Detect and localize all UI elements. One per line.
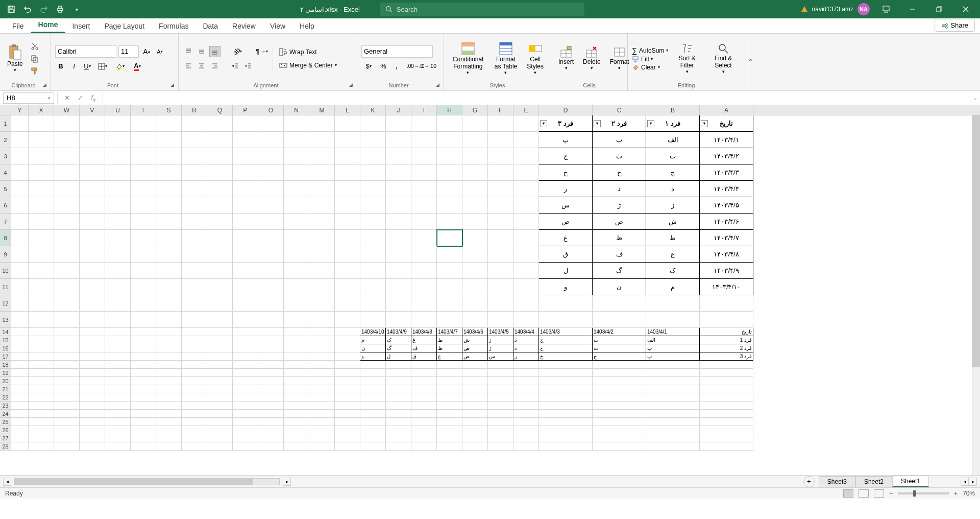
cell-F7[interactable] bbox=[488, 214, 513, 230]
cell-J5[interactable] bbox=[386, 181, 411, 197]
cell-I21[interactable] bbox=[411, 385, 437, 393]
cell-X13[interactable] bbox=[29, 312, 54, 328]
cell-Q26[interactable] bbox=[207, 426, 233, 434]
cell-E14[interactable]: 1403/4/4 bbox=[513, 328, 539, 336]
cell-W5[interactable] bbox=[54, 181, 80, 197]
cell-A20[interactable] bbox=[700, 377, 753, 385]
cell-S10[interactable] bbox=[156, 263, 182, 279]
cell-M25[interactable] bbox=[309, 418, 335, 426]
cell-L26[interactable] bbox=[335, 426, 360, 434]
cell-E3[interactable] bbox=[513, 148, 539, 164]
cell-F18[interactable] bbox=[488, 361, 513, 369]
cell-S24[interactable] bbox=[156, 410, 182, 418]
cell-X4[interactable] bbox=[29, 164, 54, 181]
sheet-nav-right[interactable]: ▸ bbox=[969, 478, 977, 486]
cell-P14[interactable] bbox=[233, 328, 258, 336]
copy-button[interactable] bbox=[29, 53, 40, 64]
cell-H5[interactable] bbox=[437, 181, 462, 197]
cell-J7[interactable] bbox=[386, 214, 411, 230]
cell-Y25[interactable] bbox=[11, 418, 29, 426]
cell-W7[interactable] bbox=[54, 214, 80, 230]
cell-R6[interactable] bbox=[182, 197, 207, 214]
cell-J3[interactable] bbox=[386, 148, 411, 164]
cell-A23[interactable] bbox=[700, 402, 753, 410]
cell-styles-button[interactable]: Cell Styles▾ bbox=[524, 39, 547, 78]
cell-H19[interactable] bbox=[437, 369, 462, 377]
cell-X22[interactable] bbox=[29, 393, 54, 402]
cell-K17[interactable]: و bbox=[360, 352, 386, 361]
cell-Y27[interactable] bbox=[11, 434, 29, 442]
cell-A3[interactable]: ۱۴۰۳/۴/۲ bbox=[700, 148, 753, 164]
italic-button[interactable]: I bbox=[68, 61, 80, 72]
filter-button[interactable]: ▾ bbox=[594, 120, 601, 127]
cell-U14[interactable] bbox=[105, 328, 131, 336]
cell-W11[interactable] bbox=[54, 279, 80, 295]
cell-B20[interactable] bbox=[646, 377, 700, 385]
cell-X7[interactable] bbox=[29, 214, 54, 230]
cell-T9[interactable] bbox=[131, 246, 156, 263]
cell-W25[interactable] bbox=[54, 418, 80, 426]
cell-Q20[interactable] bbox=[207, 377, 233, 385]
cell-J12[interactable] bbox=[386, 295, 411, 312]
cell-F5[interactable] bbox=[488, 181, 513, 197]
cell-D7[interactable]: ض bbox=[539, 214, 593, 230]
cell-S2[interactable] bbox=[156, 132, 182, 148]
cell-U25[interactable] bbox=[105, 418, 131, 426]
filter-button[interactable]: ▾ bbox=[647, 120, 654, 127]
tab-insert[interactable]: Insert bbox=[65, 19, 97, 33]
cell-J4[interactable] bbox=[386, 164, 411, 181]
cell-E11[interactable] bbox=[513, 279, 539, 295]
row-header-14[interactable]: 14 bbox=[0, 328, 11, 336]
cell-D16[interactable]: ح bbox=[539, 344, 593, 352]
cell-T21[interactable] bbox=[131, 385, 156, 393]
cell-F24[interactable] bbox=[488, 410, 513, 418]
cell-T14[interactable] bbox=[131, 328, 156, 336]
cell-Q10[interactable] bbox=[207, 263, 233, 279]
cell-S27[interactable] bbox=[156, 434, 182, 442]
cell-Y1[interactable] bbox=[11, 115, 29, 132]
cell-V9[interactable] bbox=[80, 246, 105, 263]
cell-N24[interactable] bbox=[284, 410, 309, 418]
cell-T11[interactable] bbox=[131, 279, 156, 295]
cell-N2[interactable] bbox=[284, 132, 309, 148]
cell-M18[interactable] bbox=[309, 361, 335, 369]
cell-N25[interactable] bbox=[284, 418, 309, 426]
cell-S19[interactable] bbox=[156, 369, 182, 377]
cell-B17[interactable]: پ bbox=[646, 352, 700, 361]
cell-O21[interactable] bbox=[258, 385, 284, 393]
cell-R27[interactable] bbox=[182, 434, 207, 442]
cell-O1[interactable] bbox=[258, 115, 284, 132]
cell-C11[interactable]: ن bbox=[593, 279, 646, 295]
cell-C10[interactable]: گ bbox=[593, 263, 646, 279]
cell-B23[interactable] bbox=[646, 402, 700, 410]
sheet-nav-left[interactable]: ◂ bbox=[961, 478, 969, 486]
cell-I25[interactable] bbox=[411, 418, 437, 426]
cell-T3[interactable] bbox=[131, 148, 156, 164]
row-header-3[interactable]: 3 bbox=[0, 148, 11, 164]
cell-W28[interactable] bbox=[54, 442, 80, 451]
cell-C14[interactable]: 1403/4/2 bbox=[593, 328, 646, 336]
cell-V5[interactable] bbox=[80, 181, 105, 197]
decrease-indent-button[interactable] bbox=[230, 60, 241, 72]
cell-X9[interactable] bbox=[29, 246, 54, 263]
cell-K20[interactable] bbox=[360, 377, 386, 385]
cell-Y18[interactable] bbox=[11, 361, 29, 369]
cell-B22[interactable] bbox=[646, 393, 700, 402]
cell-R24[interactable] bbox=[182, 410, 207, 418]
cell-G1[interactable] bbox=[462, 115, 488, 132]
cell-C8[interactable]: ظ bbox=[593, 230, 646, 246]
cell-A8[interactable]: ۱۴۰۳/۴/۷ bbox=[700, 230, 753, 246]
cell-P5[interactable] bbox=[233, 181, 258, 197]
row-header-27[interactable]: 27 bbox=[0, 434, 11, 442]
cell-I6[interactable] bbox=[411, 197, 437, 214]
cell-C7[interactable]: ص bbox=[593, 214, 646, 230]
cell-B28[interactable] bbox=[646, 442, 700, 451]
cell-B15[interactable]: الف bbox=[646, 336, 700, 344]
cell-N7[interactable] bbox=[284, 214, 309, 230]
cell-U12[interactable] bbox=[105, 295, 131, 312]
cell-A1[interactable]: تاریخ▾ bbox=[700, 115, 753, 132]
cell-J11[interactable] bbox=[386, 279, 411, 295]
cell-O5[interactable] bbox=[258, 181, 284, 197]
cell-H2[interactable] bbox=[437, 132, 462, 148]
cell-X1[interactable] bbox=[29, 115, 54, 132]
